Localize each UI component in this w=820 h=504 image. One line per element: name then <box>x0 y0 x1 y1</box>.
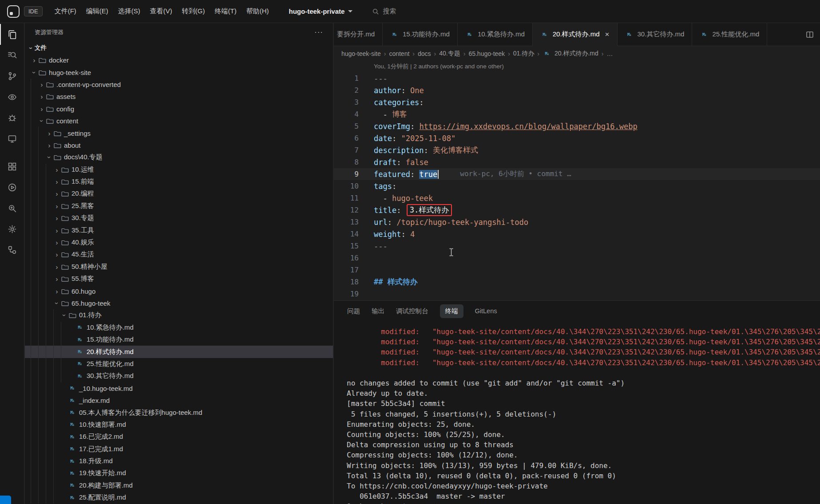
activity-item-source-control[interactable] <box>0 66 24 87</box>
activity-item-settings-tools[interactable] <box>0 219 24 240</box>
tree-item-file[interactable]: M↓17.已完成1.md <box>25 443 333 455</box>
code-line[interactable]: 18## 样式待办 <box>334 276 820 288</box>
blame-codelens[interactable]: You, 1分钟前 | 2 authors (work-pc and one o… <box>334 61 820 72</box>
activity-item-extensions[interactable] <box>0 156 24 177</box>
code-line[interactable]: 10tags: <box>334 180 820 192</box>
close-icon[interactable]: × <box>605 30 610 39</box>
tree-item-file[interactable]: M↓_10.hugo-teek.md <box>25 382 333 394</box>
tree-item-folder[interactable]: ›50.精神小屋 <box>25 261 333 273</box>
panel-tab-terminal[interactable]: 终端 <box>440 304 463 318</box>
tree-item-folder[interactable]: ›20.编程 <box>25 188 333 200</box>
code-line[interactable]: 17 <box>334 264 820 276</box>
tree-item-folder[interactable]: ›01.待办 <box>25 309 333 321</box>
menu-view[interactable]: 查看(V) <box>145 4 177 18</box>
activity-item-search[interactable] <box>0 45 24 66</box>
tree-item-file[interactable]: M↓20.样式待办.md <box>25 346 333 358</box>
menu-edit[interactable]: 编辑(E) <box>81 4 113 18</box>
editor[interactable]: You, 1分钟前 | 2 authors (work-pc and one o… <box>334 61 820 300</box>
tree-item-folder[interactable]: ›55.博客 <box>25 273 333 285</box>
tree-item-file[interactable]: M↓30.其它待办.md <box>25 370 333 382</box>
code-line[interactable]: 2author: One <box>334 84 820 96</box>
menu-terminal[interactable]: 终端(T) <box>210 4 242 18</box>
editor-tab[interactable]: M↓20.样式待办.md× <box>533 23 618 46</box>
code-line[interactable]: 9featured: truework-pc, 6小时前 • commit … <box>334 168 820 180</box>
tree-item-folder[interactable]: ›40.娱乐 <box>25 236 333 248</box>
tree-item-folder[interactable]: ›.content-vp-converted <box>25 79 333 91</box>
tree-item-folder[interactable]: ›docs\40.专题 <box>25 151 333 163</box>
breadcrumb-item[interactable]: content <box>389 50 409 57</box>
tree-item-folder[interactable]: ›config <box>25 103 333 115</box>
tree-item-file[interactable]: M↓20.构建与部署.md <box>25 480 333 492</box>
panel-tab-problems[interactable]: 问题 <box>347 307 360 315</box>
tree-item-file[interactable]: M↓25.配置说明.md <box>25 492 333 504</box>
activity-item-debug[interactable] <box>0 107 24 128</box>
code-line[interactable]: 15--- <box>334 240 820 252</box>
editor-tab[interactable]: 要拆分开.md <box>334 23 383 46</box>
activity-item-inspect[interactable] <box>0 198 24 219</box>
tree-item-file[interactable]: M↓05.本人博客为什么要迁移到hugo-teek.md <box>25 406 333 418</box>
split-editor-icon[interactable] <box>806 31 814 39</box>
workspace-switcher[interactable]: hugo-teek-private <box>289 8 353 15</box>
code-line[interactable]: 19 <box>334 288 820 300</box>
breadcrumb-item[interactable]: 01.待办 <box>513 50 534 58</box>
activity-item-explorer[interactable] <box>0 24 24 45</box>
editor-tab[interactable]: M↓10.紧急待办.md <box>458 23 533 46</box>
editor-tab[interactable]: M↓15.功能待办.md <box>383 23 458 46</box>
tree-item-folder[interactable]: ›60.hugo <box>25 285 333 297</box>
section-files[interactable]: › 文件 <box>25 42 333 54</box>
tree-item-file[interactable]: M↓19.快速开始.md <box>25 467 333 479</box>
tree-item-folder[interactable]: ›hugo-teek-site <box>25 66 333 78</box>
tree-item-folder[interactable]: ›30.专题 <box>25 212 333 224</box>
tree-item-file[interactable]: M↓25.性能优化.md <box>25 358 333 370</box>
code-line[interactable]: 7description: 美化博客样式 <box>334 144 820 156</box>
panel-tab-output[interactable]: 输出 <box>372 307 384 315</box>
editor-tab[interactable]: M↓30.其它待办.md <box>618 23 693 46</box>
menu-selection[interactable]: 选择(S) <box>113 4 145 18</box>
code-line[interactable]: 13url: /topic/hugo-teek-yangshi-todo <box>334 216 820 228</box>
terminal[interactable]: modified: "hugo-teek-site/content/docs/4… <box>334 321 820 504</box>
tree-item-file[interactable]: M↓10.快速部署.md <box>25 419 333 431</box>
code-line[interactable]: 1--- <box>334 72 820 84</box>
breadcrumb-item[interactable]: 65.hugo-teek <box>468 50 505 57</box>
code-line[interactable]: 6date: "2025-11-08" <box>334 132 820 144</box>
breadcrumb-item[interactable]: docs <box>418 50 431 57</box>
code-line[interactable]: 5coverImg: https://img.xxdevops.cn/blog/… <box>334 120 820 132</box>
tree-item-folder[interactable]: ›assets <box>25 91 333 102</box>
menu-file[interactable]: 文件(F) <box>50 4 81 18</box>
code-line[interactable]: 11 - hugo-teek <box>334 192 820 204</box>
tree-item-folder[interactable]: ›35.工具 <box>25 224 333 236</box>
menu-goto[interactable]: 转到(G) <box>177 4 210 18</box>
more-actions-icon[interactable]: ··· <box>314 28 323 37</box>
tree-item-folder[interactable]: ›45.生活 <box>25 248 333 260</box>
code-line[interactable]: 16 <box>334 252 820 264</box>
tree-item-folder[interactable]: ›15.前端 <box>25 176 333 188</box>
breadcrumb-item[interactable]: 20.样式待办.md <box>555 50 598 58</box>
tree-item-file[interactable]: M↓16.已完成2.md <box>25 431 333 443</box>
panel-tab-debug-console[interactable]: 调试控制台 <box>396 307 428 315</box>
breadcrumb-item[interactable]: hugo-teek-site <box>341 50 381 57</box>
tree-item-folder[interactable]: ›about <box>25 139 333 151</box>
tree-item-folder[interactable]: ›content <box>25 115 333 127</box>
tree-item-folder[interactable]: ›65.hugo-teek <box>25 297 333 309</box>
app-logo-icon[interactable] <box>7 5 20 18</box>
global-search[interactable]: 搜索 <box>372 7 396 16</box>
code-line[interactable]: 14weight: 4 <box>334 228 820 240</box>
activity-item-remote-monitor[interactable] <box>0 128 24 149</box>
tree-item-folder[interactable]: ›_settings <box>25 127 333 139</box>
tree-item-file[interactable]: M↓18.升级.md <box>25 455 333 467</box>
code-line[interactable]: 4 - 博客 <box>334 108 820 120</box>
code-line[interactable]: 3categories: <box>334 96 820 108</box>
activity-item-preview[interactable] <box>0 87 24 107</box>
menu-help[interactable]: 帮助(H) <box>242 4 274 18</box>
breadcrumb-item[interactable]: 40.专题 <box>439 50 460 58</box>
breadcrumb-item[interactable]: … <box>606 50 613 57</box>
code-line[interactable]: 8draft: false <box>334 156 820 168</box>
code-line[interactable]: 12title: 3.样式待办 <box>334 204 820 216</box>
remote-indicator[interactable] <box>0 496 11 504</box>
activity-item-pipeline[interactable] <box>0 240 24 260</box>
editor-tab[interactable]: M↓25.性能优化.md <box>692 23 767 46</box>
tree-item-folder[interactable]: ›25.黑客 <box>25 200 333 212</box>
tree-item-folder[interactable]: ›10.运维 <box>25 164 333 176</box>
tree-item-file[interactable]: M↓10.紧急待办.md <box>25 322 333 334</box>
tree-item-file[interactable]: M↓_index.md <box>25 394 333 406</box>
